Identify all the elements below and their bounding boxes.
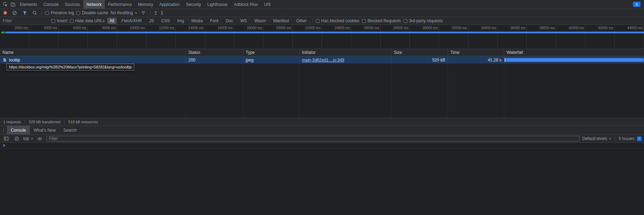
filter-chip-doc[interactable]: Doc [223,18,235,24]
tab-performance[interactable]: Performance [105,0,135,9]
has-blocked-cookies-checkbox[interactable]: Has blocked cookies [316,18,359,23]
request-time: 41.28 s [448,56,504,64]
console-clear-icon[interactable] [13,135,20,142]
checkbox-icon [362,19,366,23]
filter-chip-media[interactable]: Media [189,18,205,24]
issues-link[interactable]: 5 Issues: ! [619,136,642,141]
filter-chip-img[interactable]: Img [175,18,186,24]
device-toolbar-icon[interactable] [9,1,17,8]
disable-cache-checkbox[interactable]: Disable cache [76,10,108,15]
default-levels-dropdown[interactable]: Default levels ▼ [582,136,611,141]
column-header-type[interactable]: Type [243,49,299,56]
inspect-icon[interactable] [1,1,9,8]
timeline-label: 38000 ms [540,26,555,30]
drawer-tab-search[interactable]: Search [60,126,80,134]
hide-data-urls-checkbox[interactable]: Hide data URLs [70,18,105,23]
timeline-gridline-cell: 40000 ms [556,25,585,49]
timeline-label: 4000 ms [44,26,57,30]
column-header-status[interactable]: Status [186,49,243,56]
network-filter-input[interactable] [2,18,49,24]
console-context-selector[interactable]: top ▼ [23,136,33,141]
column-guide [504,56,644,118]
tab-ui5[interactable]: UI5 [261,0,274,9]
timeline-gridline-cell: 2000 ms [0,25,29,49]
issues-count-badge[interactable]: 5 [633,2,641,7]
filter-chip-js[interactable]: JS [147,18,156,24]
filter-chip-ws[interactable]: WS [238,18,249,24]
network-filter-bar: Invert Hide data URLs All Fetch/XHR JS C… [0,17,644,25]
tab-sources[interactable]: Sources [62,0,83,9]
issues-icon: ! [637,137,642,141]
tab-application[interactable]: Application [156,0,183,9]
clear-button[interactable] [11,9,18,16]
column-header-initiator[interactable]: Initiator [299,49,391,56]
drawer-tab-console[interactable]: Console [7,126,30,134]
tab-security[interactable]: Security [183,0,204,9]
live-expression-eye-icon[interactable] [36,135,44,142]
request-name-cell[interactable]: tooltip [0,56,186,64]
record-button[interactable] [3,11,7,15]
filter-chip-css[interactable]: CSS [159,18,172,24]
tab-elements[interactable]: Elements [17,0,40,9]
search-icon[interactable] [31,9,39,16]
drawer-tab-whats-new[interactable]: What's New [30,126,60,134]
timeline-gridline-cell: 6000 ms [59,25,88,49]
filter-chip-font[interactable]: Font [207,18,221,24]
timeline-gridline-cell: 8000 ms [88,25,117,49]
timeline-gridline-cell: 18000 ms [234,25,263,49]
filter-chip-wasm[interactable]: Wasm [252,18,269,24]
column-header-name[interactable]: Name [0,49,186,56]
console-output-area[interactable] [0,149,644,215]
drawer-menu-icon[interactable]: ⋮ [0,127,7,133]
column-header-size[interactable]: Size [391,49,448,56]
filter-chip-manifest[interactable]: Manifest [271,18,291,24]
console-filter-input[interactable] [46,136,579,141]
timeline-label: 32000 ms [452,26,467,30]
third-party-requests-checkbox[interactable]: 3rd-party requests [404,18,443,23]
timeline-label: 30000 ms [422,26,438,30]
timeline-label: 44000 ms [627,26,643,30]
timeline-gridline-cell: 28000 ms [381,25,410,49]
request-initiator-link[interactable]: main-3d62ed1....js:348 [302,58,344,63]
hide-data-urls-label: Hide data URLs [75,18,105,23]
timeline-label: 12000 ms [159,26,174,30]
filter-chip-other[interactable]: Other [294,18,309,24]
tab-console[interactable]: Console [40,0,62,9]
toolbar-separator [312,18,313,23]
export-har-icon[interactable]: ↧ [160,11,164,15]
console-sidebar-icon[interactable] [2,135,10,142]
requests-table-header: Name Status Type Initiator Size Time Wat… [0,49,644,56]
tabbar-right-controls: 5 [633,2,644,7]
throttling-dropdown[interactable]: No throttling ▼ [111,10,137,15]
timeline-label: 22000 ms [305,26,321,30]
console-prompt[interactable]: > [0,143,644,149]
timeline-label: 8000 ms [102,26,116,30]
timeline-label: 20000 ms [276,26,291,30]
waterfall-bar[interactable] [506,58,644,62]
invert-checkbox[interactable]: Invert [51,18,67,23]
devtools-window: Elements Console Sources Network Perform… [0,0,644,215]
timeline-gridline-cell: 24000 ms [322,25,351,49]
tab-lighthouse[interactable]: Lighthouse [204,0,231,9]
filter-toggle-icon[interactable] [21,9,28,16]
summary-separator [64,119,65,124]
preserve-log-checkbox[interactable]: Preserve log [45,10,74,15]
column-header-time[interactable]: Time [448,49,504,56]
tab-network[interactable]: Network [83,0,105,9]
request-row[interactable]: tooltip 200 jpeg main-3d62ed1....js:348 … [0,56,644,64]
tab-memory[interactable]: Memory [135,0,156,9]
blocked-requests-checkbox[interactable]: Blocked Requests [362,18,401,23]
network-conditions-icon[interactable] [139,9,147,16]
chevron-down-icon: ▼ [31,138,33,140]
filter-chip-all[interactable]: All [107,18,117,24]
network-overview-timeline[interactable]: 2000 ms 4000 ms 6000 ms 8000 ms 10000 ms… [0,25,644,49]
tab-adblock-plus[interactable]: Adblock Plus [231,0,261,9]
filter-chip-fetch-xhr[interactable]: Fetch/XHR [119,18,144,24]
default-levels-value: Default levels [582,136,607,141]
import-har-icon[interactable]: ↥ [154,11,158,15]
console-toolbar: top ▼ Default levels ▼ 5 Issues: ! [0,135,644,143]
column-guide [299,56,391,118]
timeline-gridline-cell: 34000 ms [468,25,498,49]
column-header-waterfall[interactable]: Waterfall [504,49,644,56]
timeline-label: 36000 ms [510,26,526,30]
